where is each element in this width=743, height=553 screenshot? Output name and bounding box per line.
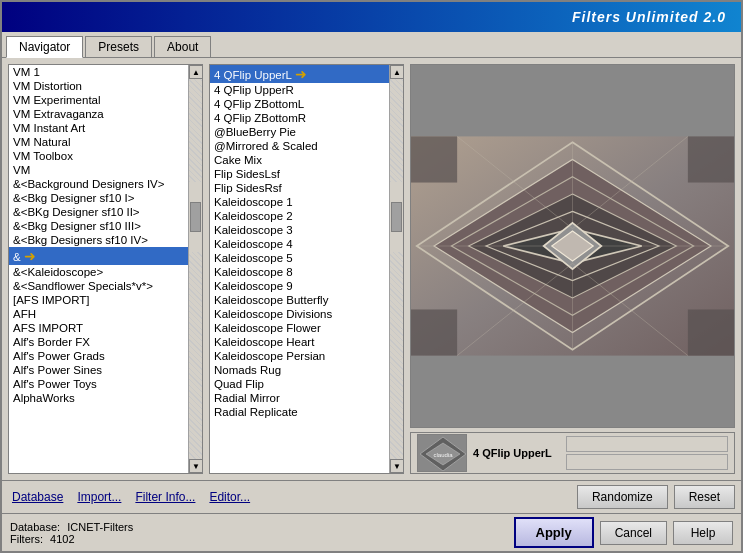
scroll-down-arrow[interactable]: ▼: [189, 459, 202, 473]
tab-about[interactable]: About: [154, 36, 211, 57]
category-list-item[interactable]: VM: [9, 163, 188, 177]
preview-filter-name: 4 QFlip UpperL: [473, 447, 552, 459]
tab-navigator[interactable]: Navigator: [6, 36, 83, 58]
category-list-item[interactable]: & ➜: [9, 247, 188, 265]
category-scrollbar[interactable]: ▲ ▼: [188, 65, 202, 473]
filter-list-item[interactable]: Kaleidoscope 8: [210, 265, 389, 279]
category-list-item[interactable]: VM Instant Art: [9, 121, 188, 135]
filter-list-item[interactable]: 4 QFlip ZBottomR: [210, 111, 389, 125]
randomize-button[interactable]: Randomize: [577, 485, 668, 509]
svg-text:claudia: claudia: [433, 452, 453, 458]
svg-rect-12: [688, 309, 734, 355]
filter-list-item[interactable]: Quad Flip: [210, 377, 389, 391]
filter-list-item[interactable]: Radial Mirror: [210, 391, 389, 405]
svg-rect-10: [688, 136, 734, 182]
cancel-button[interactable]: Cancel: [600, 521, 667, 545]
filter-list-item[interactable]: Kaleidoscope 1: [210, 195, 389, 209]
preview-row-1: [566, 436, 728, 452]
filter-list-item[interactable]: @BlueBerry Pie: [210, 125, 389, 139]
category-list-item[interactable]: Alf's Border FX: [9, 335, 188, 349]
category-list-item[interactable]: VM Toolbox: [9, 149, 188, 163]
editor-button[interactable]: Editor...: [205, 488, 254, 506]
category-list-item[interactable]: &<Bkg Designer sf10 III>: [9, 219, 188, 233]
preview-row-2: [566, 454, 728, 470]
filter-list: 4 QFlip UpperL ➜4 QFlip UpperR4 QFlip ZB…: [210, 65, 389, 473]
database-button[interactable]: Database: [8, 488, 67, 506]
filter-list-item[interactable]: Kaleidoscope 4: [210, 237, 389, 251]
filter-list-item[interactable]: Kaleidoscope Heart: [210, 335, 389, 349]
filter-list-item[interactable]: Kaleidoscope Divisions: [210, 307, 389, 321]
preview-info-bar: claudia 4 QFlip UpperL: [410, 432, 735, 474]
filter-list-item[interactable]: Nomads Rug: [210, 363, 389, 377]
svg-rect-11: [411, 309, 457, 355]
preview-panel: claudia 4 QFlip UpperL: [410, 64, 735, 474]
category-list-item[interactable]: VM Extravaganza: [9, 107, 188, 121]
preview-svg: [411, 65, 734, 427]
tab-bar: Navigator Presets About: [2, 32, 741, 58]
filter-scroll-thumb[interactable]: [391, 202, 402, 232]
category-list-item[interactable]: [AFS IMPORT]: [9, 293, 188, 307]
filter-list-item[interactable]: Kaleidoscope 3: [210, 223, 389, 237]
filter-list-item[interactable]: Kaleidoscope Butterfly: [210, 293, 389, 307]
filters-status: Filters: 4102: [10, 533, 133, 545]
status-bar: Database: ICNET-Filters Filters: 4102 Ap…: [2, 513, 741, 551]
category-list-item[interactable]: &<Background Designers IV>: [9, 177, 188, 191]
filter-list-item[interactable]: 4 QFlip UpperR: [210, 83, 389, 97]
filter-list-item[interactable]: Cake Mix: [210, 153, 389, 167]
apply-button[interactable]: Apply: [514, 517, 594, 548]
category-list-item[interactable]: Alf's Power Sines: [9, 363, 188, 377]
reset-button[interactable]: Reset: [674, 485, 735, 509]
title-text: Filters Unlimited 2.0: [572, 9, 726, 25]
category-list-item[interactable]: VM 1: [9, 65, 188, 79]
category-list-item[interactable]: &<Bkg Designers sf10 IV>: [9, 233, 188, 247]
category-list-item[interactable]: Alf's Power Toys: [9, 377, 188, 391]
filter-scroll-up[interactable]: ▲: [390, 65, 403, 79]
scroll-thumb[interactable]: [190, 202, 201, 232]
filter-info-button[interactable]: Filter Info...: [131, 488, 199, 506]
bottom-right-buttons: Randomize Reset: [577, 485, 735, 509]
category-list-item[interactable]: VM Distortion: [9, 79, 188, 93]
database-status: Database: ICNET-Filters: [10, 521, 133, 533]
filter-list-item[interactable]: Radial Replicate: [210, 405, 389, 419]
main-window: Filters Unlimited 2.0 Navigator Presets …: [0, 0, 743, 553]
category-list-item[interactable]: AFH: [9, 307, 188, 321]
content-area: VM 1VM DistortionVM ExperimentalVM Extra…: [2, 58, 741, 480]
filter-list-item[interactable]: Kaleidoscope 5: [210, 251, 389, 265]
category-list-item[interactable]: VM Natural: [9, 135, 188, 149]
filter-list-container: 4 QFlip UpperL ➜4 QFlip UpperR4 QFlip ZB…: [210, 65, 403, 473]
filter-scroll-down[interactable]: ▼: [390, 459, 403, 473]
preview-thumbnail: claudia: [417, 434, 467, 472]
filter-list-item[interactable]: 4 QFlip ZBottomL: [210, 97, 389, 111]
category-list-panel: VM 1VM DistortionVM ExperimentalVM Extra…: [8, 64, 203, 474]
filter-list-panel: 4 QFlip UpperL ➜4 QFlip UpperR4 QFlip ZB…: [209, 64, 404, 474]
category-list: VM 1VM DistortionVM ExperimentalVM Extra…: [9, 65, 188, 473]
filter-list-item[interactable]: @Mirrored & Scaled: [210, 139, 389, 153]
title-bar: Filters Unlimited 2.0: [2, 2, 741, 32]
bottom-left-buttons: Database Import... Filter Info... Editor…: [8, 488, 254, 506]
filter-list-item[interactable]: Kaleidoscope 9: [210, 279, 389, 293]
bottom-action-bar: Database Import... Filter Info... Editor…: [2, 480, 741, 513]
category-list-item[interactable]: Alf's Power Grads: [9, 349, 188, 363]
category-list-item[interactable]: VM Experimental: [9, 93, 188, 107]
filter-list-item[interactable]: Kaleidoscope Flower: [210, 321, 389, 335]
category-list-item[interactable]: &<Bkg Designer sf10 I>: [9, 191, 188, 205]
filter-list-item[interactable]: Kaleidoscope Persian: [210, 349, 389, 363]
help-button[interactable]: Help: [673, 521, 733, 545]
category-list-item[interactable]: &<BKg Designer sf10 II>: [9, 205, 188, 219]
category-list-item[interactable]: &<Kaleidoscope>: [9, 265, 188, 279]
category-list-container: VM 1VM DistortionVM ExperimentalVM Extra…: [9, 65, 202, 473]
filter-list-item[interactable]: Flip SidesLsf: [210, 167, 389, 181]
preview-image: [410, 64, 735, 428]
category-list-item[interactable]: &<Sandflower Specials*v*>: [9, 279, 188, 293]
category-list-item[interactable]: AFS IMPORT: [9, 321, 188, 335]
svg-rect-9: [411, 136, 457, 182]
tab-presets[interactable]: Presets: [85, 36, 152, 57]
filter-list-item[interactable]: 4 QFlip UpperL ➜: [210, 65, 389, 83]
import-button[interactable]: Import...: [73, 488, 125, 506]
category-list-item[interactable]: AlphaWorks: [9, 391, 188, 405]
filter-scrollbar[interactable]: ▲ ▼: [389, 65, 403, 473]
filter-list-item[interactable]: Flip SidesRsf: [210, 181, 389, 195]
status-info: Database: ICNET-Filters Filters: 4102: [10, 521, 133, 545]
filter-list-item[interactable]: Kaleidoscope 2: [210, 209, 389, 223]
scroll-up-arrow[interactable]: ▲: [189, 65, 202, 79]
